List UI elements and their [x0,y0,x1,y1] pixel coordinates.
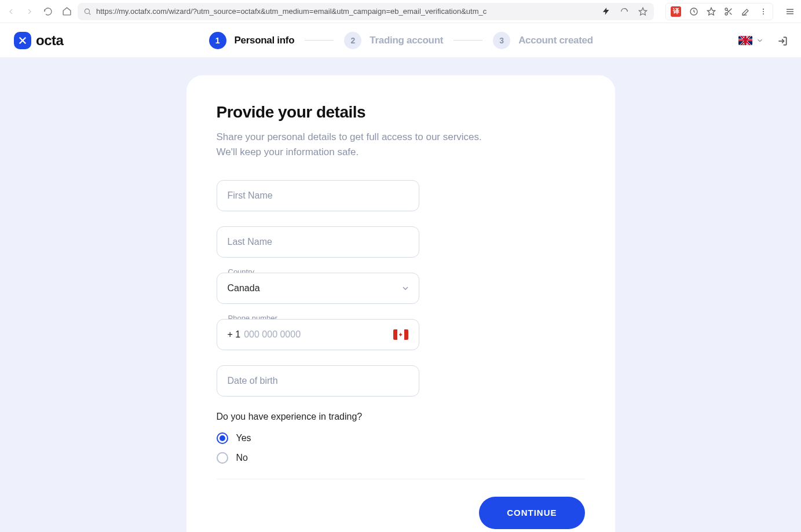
svg-marker-2 [639,8,646,15]
back-icon[interactable] [6,6,16,17]
last-name-input[interactable] [217,226,419,258]
language-selector[interactable] [738,36,764,45]
continue-button[interactable]: CONTINUE [479,497,584,529]
hamburger-menu-icon[interactable] [785,6,795,17]
step-label: Personal info [235,35,295,46]
country-select[interactable]: Canada [217,273,419,304]
bolt-icon[interactable] [601,6,611,17]
step-label: Trading account [370,35,443,46]
more-icon[interactable] [759,7,768,16]
wizard-stepper: 1 Personal info 2 Trading account 3 Acco… [63,32,738,49]
svg-point-6 [725,13,727,15]
radio-option-no[interactable]: No [217,452,585,464]
step-number: 1 [209,32,226,49]
svg-point-13 [763,13,764,14]
step-number: 3 [493,32,510,49]
scissors-icon[interactable] [724,7,733,16]
subtitle-line: Share your personal details to get full … [217,131,482,142]
logo-mark-icon [14,32,31,49]
flag-uk-icon [738,36,752,45]
browser-toolbar: https://my.octafx.com/wizard/?utm_source… [0,0,801,23]
subtitle-line: We'll keep your information safe. [217,146,359,157]
edit-icon[interactable] [741,7,751,16]
step-divider [305,40,334,41]
phone-input[interactable] [244,329,388,340]
flag-canada-icon: ✦ [393,329,408,340]
home-icon[interactable] [61,6,72,17]
history-icon[interactable] [689,7,698,16]
app-header: octa 1 Personal info 2 Trading account 3… [0,23,801,58]
brand-logo[interactable]: octa [14,32,63,49]
step-personal-info: 1 Personal info [209,32,295,49]
svg-point-0 [85,9,89,13]
radio-icon [217,432,228,444]
radio-option-yes[interactable]: Yes [217,432,585,444]
step-label: Account created [518,35,593,46]
address-bar[interactable]: https://my.octafx.com/wizard/?utm_source… [78,3,654,20]
extensions-group: 译 [665,3,773,20]
details-card: Provide your details Share your personal… [186,75,615,532]
svg-point-12 [763,10,764,12]
date-of-birth-input[interactable] [217,365,419,397]
share-icon[interactable] [619,6,630,17]
page-subtitle: Share your personal details to get full … [217,130,585,160]
phone-prefix: + 1 [228,329,241,340]
radio-label: No [236,453,248,463]
radio-label: Yes [236,433,251,443]
svg-line-1 [89,13,91,14]
search-icon [83,8,92,16]
svg-line-9 [727,10,729,12]
step-divider [453,40,482,41]
svg-line-8 [730,12,732,14]
svg-point-11 [763,8,764,9]
logout-icon[interactable] [777,35,787,46]
translate-extension-icon[interactable]: 译 [671,6,681,17]
divider [217,479,585,479]
step-trading-account: 2 Trading account [344,32,443,49]
page-body: Provide your details Share your personal… [0,58,801,532]
svg-point-5 [725,8,727,10]
first-name-input[interactable] [217,180,419,211]
page-title: Provide your details [217,103,585,122]
url-text: https://my.octafx.com/wizard/?utm_source… [96,7,596,16]
step-number: 2 [344,32,361,49]
phone-field[interactable]: + 1 ✦ [217,319,419,350]
chevron-down-icon [756,36,764,45]
radio-icon [217,452,228,464]
bookmark-star-icon[interactable] [638,6,648,17]
brand-name: octa [36,32,63,49]
svg-marker-4 [707,8,715,15]
country-value: Canada [228,283,260,293]
forward-icon[interactable] [24,6,35,17]
reload-icon[interactable] [43,6,53,17]
experience-question: Do you have experience in trading? [217,412,585,422]
step-account-created: 3 Account created [493,32,593,49]
favorites-icon[interactable] [707,7,716,16]
